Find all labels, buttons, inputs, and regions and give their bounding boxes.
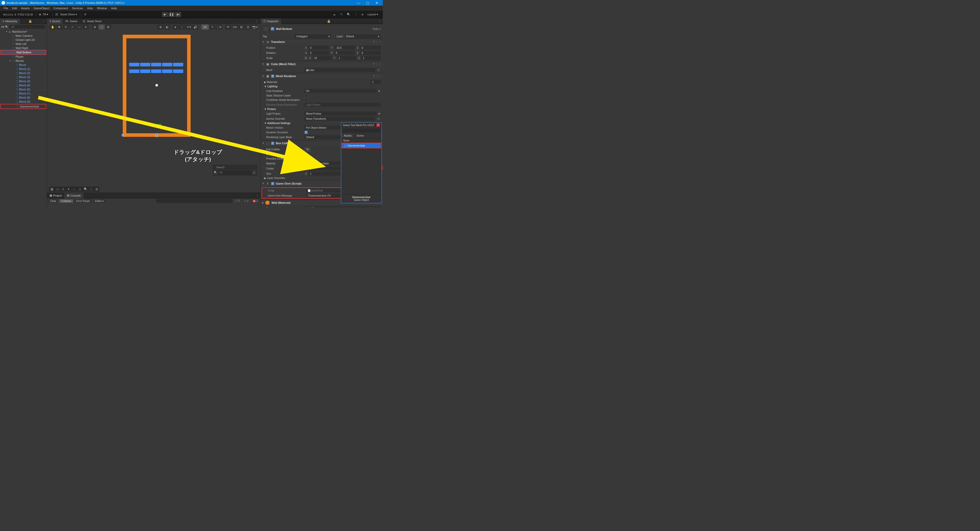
settings-icon[interactable]: ⚙ (84, 13, 86, 16)
error-count-icon[interactable]: ⛔ 0 (251, 199, 259, 203)
tree-item[interactable]: ⬚Player (0, 55, 47, 59)
tool-rect[interactable]: ▭ (76, 24, 82, 30)
inspector-lock-icon[interactable]: 🔒 (325, 19, 332, 23)
tree-item[interactable]: ⬚Block› (0, 63, 47, 67)
tree-item-wallbottom[interactable]: ⬚Wall Bottom (1, 50, 46, 54)
hierarchy-more-icon[interactable]: ⋮ (41, 19, 47, 23)
object-active-checkbox[interactable] (271, 27, 274, 30)
tool-move[interactable]: ✥ (56, 24, 62, 30)
tab-project[interactable]: ▦ Project (47, 193, 64, 198)
pause-button[interactable]: ❚❚ (169, 12, 175, 17)
tree-item[interactable]: ⬚Wall Left (0, 42, 47, 46)
provides-checkbox[interactable] (304, 157, 308, 160)
tab-assetstore[interactable]: 🛒 Asset Store (80, 18, 104, 24)
hierarchy-create-button[interactable]: +▾ (1, 25, 4, 29)
rot-y-input[interactable]: 0 (334, 51, 355, 55)
tool-hand[interactable]: ✋ (49, 24, 56, 30)
picker-tab-scene[interactable]: Scene (354, 134, 366, 138)
console-clear-button[interactable]: Clear (48, 199, 58, 203)
lightprobes-dropdown[interactable]: Blend Probes (304, 112, 377, 116)
tree-item[interactable]: ⬚Main Camera (0, 34, 47, 38)
materials-count[interactable]: 1 (371, 80, 381, 84)
tree-item[interactable]: ⬚Block (6)› (0, 87, 47, 91)
tree-item[interactable]: ⬚Block (7)› (0, 91, 47, 96)
picker-item-gameoverclear[interactable]: ⬚Gameoverclear (342, 143, 380, 148)
console-errorpause-button[interactable]: Error Pause (74, 199, 92, 203)
tree-item[interactable]: ⬚Block (1)› (0, 67, 47, 71)
bottomtool-5[interactable]: ○ (72, 187, 77, 192)
layer-dropdown[interactable]: Default▾ (345, 34, 381, 38)
bottomtool-4[interactable]: ✦ (66, 187, 72, 192)
object-name-label[interactable]: Wall Bottom (276, 27, 292, 30)
tab-hierarchy[interactable]: ≡ Hierarchy (0, 18, 20, 24)
gizmo-1[interactable]: ✎ (209, 24, 215, 30)
pos-z-input[interactable]: 0 (360, 46, 381, 50)
hierarchy-add-icon[interactable]: 🔒 (27, 19, 34, 23)
menu-edit[interactable]: Edit (10, 6, 19, 10)
cart-icon[interactable]: 🛒 (55, 13, 59, 16)
gizmo-2[interactable]: ⬚▾ (216, 24, 222, 30)
picker-tab-assets[interactable]: Assets (341, 134, 354, 138)
tree-item[interactable]: ⬚Wall Right (0, 46, 47, 50)
menu-services[interactable]: Services (70, 6, 85, 10)
tree-item[interactable]: ⬚Block (2)› (0, 71, 47, 75)
more-icon[interactable]: ⋮ (379, 40, 381, 44)
tree-item[interactable]: ⬚Block (9)› (0, 100, 47, 104)
transform-header[interactable]: ▼⇲ Transform ?⁝⋮ (261, 39, 383, 45)
maximize-button[interactable]: ▢ (363, 0, 372, 6)
gizmos-dropdown[interactable]: ⊡▾ (232, 24, 238, 30)
rot-z-input[interactable]: 0 (360, 51, 381, 55)
tree-item[interactable]: ⬚Global Light 2D (0, 38, 47, 42)
grid-snap[interactable]: ⊞ (105, 24, 111, 30)
hierarchy-tree[interactable]: ▼◈MainScene*⋮ ⬚Main Camera ⬚Global Light… (0, 30, 47, 207)
rot-x-input[interactable]: 0 (309, 51, 329, 55)
console-editor-button[interactable]: Editor ▾ (93, 199, 106, 203)
play-button[interactable]: ▶ (162, 12, 168, 17)
close-button[interactable]: ✕ (372, 0, 381, 6)
tool-scale[interactable]: ⤢ (69, 24, 76, 30)
search-icon[interactable]: 🔍 (346, 12, 351, 17)
bottomtool-1[interactable]: ▦ (49, 187, 55, 192)
scene-search-input[interactable] (218, 170, 252, 175)
picker-item-none[interactable]: None (341, 138, 382, 143)
menu-component[interactable]: Component (51, 6, 70, 10)
gameover-enable[interactable] (271, 182, 274, 185)
picker-icon[interactable]: ⊙ (376, 69, 381, 72)
tool-transform[interactable]: ✦ (83, 24, 89, 30)
fx-toggle[interactable]: ○ (179, 24, 185, 30)
step-button[interactable]: ▶| (175, 12, 181, 17)
light-toggle[interactable]: ☀▾ (186, 24, 192, 30)
tree-item[interactable]: ⬚Block (5)› (0, 83, 47, 87)
console-collapse-button[interactable]: Collapse (59, 199, 73, 203)
bottomtool-6[interactable]: ◇ (77, 187, 83, 192)
anchor-field[interactable]: None (Transform) (304, 116, 375, 121)
menu-window[interactable]: Window (95, 6, 109, 10)
pos-y-input[interactable]: -10.5 (334, 46, 355, 50)
tree-item[interactable]: ▼⬚Blocks (0, 59, 47, 63)
tree-item-gameoverclear[interactable]: ⬚Gameoverclear (1, 104, 46, 108)
bottomtool-3[interactable]: ≡ (60, 187, 66, 192)
link-icon[interactable]: ⛓ (304, 56, 307, 59)
2d-toggle[interactable]: 2D (201, 24, 209, 30)
menu-help[interactable]: Help (109, 6, 119, 10)
meshfilter-header[interactable]: ▼▦ Cube (Mesh Filter) ?⁝⋮ (261, 61, 383, 67)
console-more-icon[interactable]: ⋮ (254, 194, 260, 197)
help-icon[interactable]: ? (373, 40, 374, 44)
menu-file[interactable]: File (2, 6, 10, 10)
history-icon[interactable]: ↻ (339, 12, 344, 17)
console-search-input[interactable] (156, 199, 233, 203)
inspector-more-icon[interactable]: ⋮ (377, 19, 383, 23)
cgi-checkbox[interactable] (304, 98, 308, 102)
meshrenderer-enable[interactable] (271, 75, 274, 78)
scene-row[interactable]: ▼◈MainScene*⋮ (0, 30, 47, 34)
picker-search-input[interactable] (342, 128, 380, 132)
overlay-2[interactable]: ⊡ (245, 24, 251, 30)
shaded-mode[interactable]: ◐ (164, 24, 170, 30)
tab-console[interactable]: ▤ Console (64, 193, 83, 198)
menu-jobs[interactable]: Jobs (85, 6, 95, 10)
pos-x-input[interactable]: 0 (309, 46, 329, 50)
dynocc-checkbox[interactable] (304, 131, 308, 134)
hierarchy-search-input[interactable] (9, 25, 46, 29)
static-dropdown[interactable]: Static ▾ (372, 27, 381, 30)
menu-assets[interactable]: Assets (19, 6, 32, 10)
